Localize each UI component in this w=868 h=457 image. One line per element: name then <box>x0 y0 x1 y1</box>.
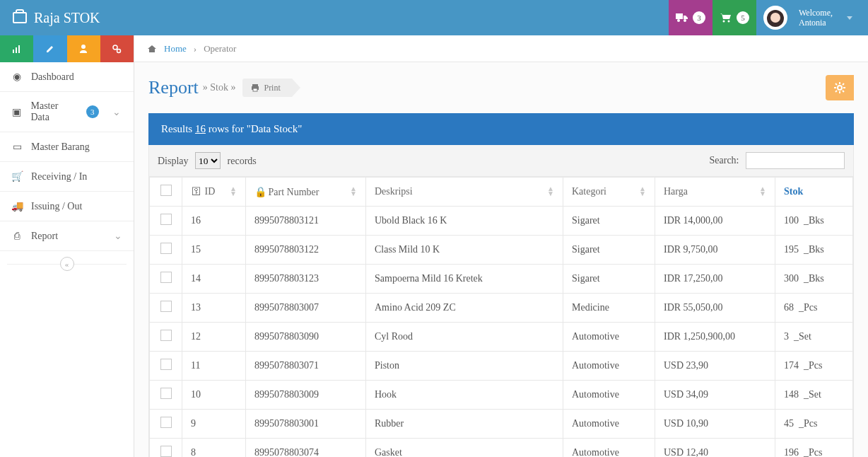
quick-user-button[interactable] <box>67 35 100 62</box>
cell-cat: Sigaret <box>563 207 655 236</box>
gauge-icon: ◉ <box>11 71 23 83</box>
cart-button[interactable]: 5 <box>712 0 756 35</box>
cell-cat: Sigaret <box>563 236 655 265</box>
cell-desc: Cyl Rood <box>366 323 563 352</box>
table-row[interactable]: 118995078803071PistonAutomotiveUSD 23,90… <box>150 352 853 381</box>
cell-stock: 195 _Bks <box>775 236 853 265</box>
search-control: Search: <box>710 152 845 169</box>
cell-desc: Piston <box>366 352 563 381</box>
home-icon <box>147 44 157 54</box>
cell-id: 15 <box>182 236 246 265</box>
page-size-select[interactable]: 10 <box>195 152 221 169</box>
quick-edit-button[interactable] <box>33 35 66 62</box>
col-price[interactable]: Harga▲▼ <box>655 178 775 207</box>
cell-stock: 196 _Pcs <box>775 439 853 458</box>
sidebar-item-master-barang[interactable]: ▭ Master Barang <box>0 132 134 162</box>
sidebar-item-label: Master Barang <box>31 141 90 153</box>
svg-line-21 <box>843 83 844 85</box>
row-checkbox[interactable] <box>160 301 172 312</box>
sidebar-item-label: Receiving / In <box>31 171 87 183</box>
cell-stock: 100 _Bks <box>775 207 853 236</box>
row-checkbox[interactable] <box>160 388 172 399</box>
svg-point-1 <box>684 19 686 22</box>
col-stock[interactable]: Stok <box>775 178 853 207</box>
cell-id: 12 <box>182 323 246 352</box>
svg-line-20 <box>835 91 837 92</box>
table-row[interactable]: 98995078803001RubberAutomotiveUSD 10,904… <box>150 410 853 439</box>
cell-price: USD 23,90 <box>655 352 775 381</box>
row-checkbox[interactable] <box>160 330 172 341</box>
cell-id: 9 <box>182 410 246 439</box>
col-part[interactable]: 🔒 Part Number▲▼ <box>246 178 366 207</box>
sidebar-item-receiving[interactable]: 🛒 Receiving / In <box>0 162 134 192</box>
cell-cat: Medicine <box>563 294 655 323</box>
printer-icon: ⎙ <box>11 231 23 242</box>
select-all-checkbox[interactable] <box>160 185 172 196</box>
sidebar-item-report[interactable]: ⎙ Report ⌄ <box>0 221 134 251</box>
cell-part: 8995078803122 <box>246 236 366 265</box>
svg-rect-4 <box>13 50 14 53</box>
table-row[interactable]: 158995078803122Class Mild 10 KSigaretIDR… <box>150 236 853 265</box>
svg-rect-6 <box>18 45 20 53</box>
row-checkbox[interactable] <box>160 359 172 370</box>
sidebar-item-issuing[interactable]: 🚚 Issuing / Out <box>0 192 134 221</box>
cell-price: USD 10,90 <box>655 410 775 439</box>
svg-line-19 <box>843 91 844 92</box>
cell-stock: 174 _Pcs <box>775 352 853 381</box>
search-input[interactable] <box>746 152 845 169</box>
cell-stock: 148 _Set <box>775 381 853 410</box>
user-icon <box>78 44 88 54</box>
inbox-icon <box>13 12 27 23</box>
quick-settings-button[interactable] <box>100 35 134 62</box>
print-button[interactable]: Print <box>242 79 291 97</box>
sidebar-collapse-button[interactable]: « <box>0 251 134 277</box>
breadcrumb-current: Operator <box>204 43 236 54</box>
cell-desc: Amino Acid 209 ZC <box>366 294 563 323</box>
svg-line-18 <box>835 83 837 85</box>
svg-point-7 <box>81 45 86 49</box>
table-row[interactable]: 168995078803121Ubold Black 16 KSigaretID… <box>150 207 853 236</box>
shipments-badge: 3 <box>693 11 705 24</box>
brand[interactable]: Raja STOK <box>0 10 113 26</box>
lock-icon: 🔒 <box>254 186 266 198</box>
row-checkbox[interactable] <box>160 417 172 428</box>
cell-part: 8995078803121 <box>246 207 366 236</box>
sidebar-item-label: Report <box>31 231 58 242</box>
chevron-right-icon: › <box>194 43 197 54</box>
table-row[interactable]: 128995078803090Cyl RoodAutomotiveIDR 1,2… <box>150 323 853 352</box>
row-checkbox[interactable] <box>160 272 172 283</box>
truck-icon <box>676 13 688 23</box>
cell-part: 8995078803074 <box>246 439 366 458</box>
quick-stats-button[interactable] <box>0 35 33 62</box>
col-id[interactable]: ⚿ ID▲▼ <box>182 178 246 207</box>
welcome-text: Welcome, Antonia <box>792 8 835 28</box>
table-row[interactable]: 148995078803123Sampoerna Mild 16 KretekS… <box>150 265 853 294</box>
user-menu[interactable]: Welcome, Antonia <box>756 0 868 35</box>
col-desc[interactable]: Deskripsi▲▼ <box>366 178 563 207</box>
cell-cat: Automotive <box>563 352 655 381</box>
table-row[interactable]: 88995078803074GasketAutomotiveUSD 12,401… <box>150 439 853 458</box>
breadcrumb-home[interactable]: Home <box>164 43 187 54</box>
cell-id: 14 <box>182 265 246 294</box>
table-row[interactable]: 138995078803007Amino Acid 209 ZCMedicine… <box>150 294 853 323</box>
page-settings-button[interactable] <box>826 75 854 100</box>
cell-part: 8995078803001 <box>246 410 366 439</box>
monitor-icon: ▭ <box>11 141 23 153</box>
printer-icon <box>251 83 259 92</box>
sidebar-item-label: Issuing / Out <box>31 201 82 212</box>
col-cat[interactable]: Kategori▲▼ <box>563 178 655 207</box>
cell-stock: 300 _Bks <box>775 265 853 294</box>
sidebar-item-label: Master Data <box>30 100 78 123</box>
cell-price: USD 12,40 <box>655 439 775 458</box>
breadcrumb: Home › Operator <box>134 35 868 62</box>
sidebar-item-master-data[interactable]: ▣ Master Data 3 ⌄ <box>0 92 134 132</box>
pencil-icon <box>45 44 55 54</box>
row-checkbox[interactable] <box>160 446 172 457</box>
table-row[interactable]: 108995078803009HookAutomotiveUSD 34,0914… <box>150 381 853 410</box>
row-checkbox[interactable] <box>160 243 172 254</box>
sidebar-item-dashboard[interactable]: ◉ Dashboard <box>0 62 134 92</box>
cell-price: USD 34,09 <box>655 381 775 410</box>
svg-point-8 <box>113 45 117 50</box>
shipments-button[interactable]: 3 <box>669 0 712 35</box>
row-checkbox[interactable] <box>160 214 172 225</box>
